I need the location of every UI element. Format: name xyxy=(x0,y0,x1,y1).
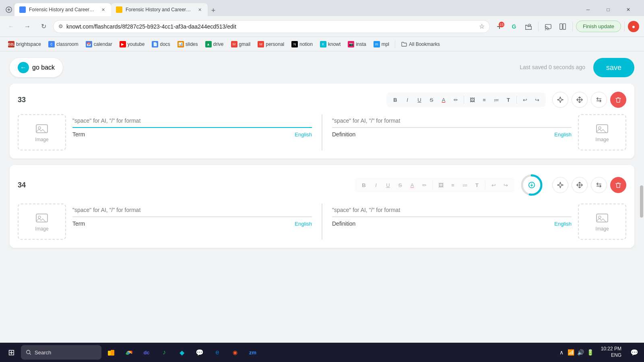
extensions-button[interactable]: 15 xyxy=(493,20,506,33)
taskbar-clock[interactable]: 10:22 PM ENG xyxy=(598,346,625,358)
bookmark-gmail[interactable]: M gmail xyxy=(228,39,254,50)
formula-button-34[interactable]: T xyxy=(471,179,483,191)
card-34-def-lang[interactable]: English xyxy=(554,221,572,227)
bookmark-knowt[interactable]: K knowt xyxy=(317,39,344,50)
italic-button-34[interactable]: I xyxy=(370,179,382,191)
italic-button-33[interactable]: I xyxy=(402,94,413,105)
taskbar-spotify[interactable]: ♪ xyxy=(156,344,172,360)
bookmark-brightspace[interactable]: D2L brightspace xyxy=(5,39,44,50)
taskbar-app5[interactable]: ◆ xyxy=(174,344,190,360)
move-button-34[interactable] xyxy=(572,177,588,193)
undo-button-33[interactable]: ↩ xyxy=(519,94,530,105)
taskbar-file-explorer[interactable] xyxy=(103,344,119,360)
tab-close-2[interactable]: ✕ xyxy=(196,6,203,13)
go-back-button[interactable]: ← go back xyxy=(10,58,63,77)
tab-group-btn[interactable] xyxy=(3,3,14,16)
card-34-term-input[interactable] xyxy=(72,204,312,217)
maximize-button[interactable]: □ xyxy=(599,3,617,16)
card-33-def-input[interactable] xyxy=(332,114,572,128)
bookmark-calendar[interactable]: 📅 calendar xyxy=(83,39,116,50)
move-button-33[interactable] xyxy=(572,92,588,108)
card-34-def-image[interactable]: Image xyxy=(578,204,626,240)
start-button[interactable]: ⊞ xyxy=(3,344,19,360)
bookmark-slides[interactable]: 📊 slides xyxy=(174,39,201,50)
image-button-33[interactable]: 🖼 xyxy=(466,94,478,105)
bullet-button-34[interactable]: ≡ xyxy=(447,179,458,191)
font-color-button-33[interactable]: A xyxy=(438,94,449,105)
highlight-button-33[interactable]: ✏ xyxy=(450,94,461,105)
image-button-34[interactable]: 🖼 xyxy=(435,179,446,191)
taskbar-discord[interactable]: dc xyxy=(138,344,155,360)
tab-forensic-pp[interactable]: Forensic History and Careers.pp ✕ xyxy=(111,3,208,16)
back-button[interactable]: ← xyxy=(5,20,18,33)
delete-button-33[interactable] xyxy=(610,92,626,108)
extensions-puzzle-icon[interactable] xyxy=(522,20,535,33)
taskbar-app7[interactable]: ◉ xyxy=(227,344,243,360)
numbered-button-34[interactable]: ≔ xyxy=(459,179,471,191)
undo-button-34[interactable]: ↩ xyxy=(488,179,499,191)
ai-button-34[interactable] xyxy=(552,177,568,193)
strikethrough-button-33[interactable]: S xyxy=(426,94,437,105)
font-color-button-34[interactable]: A xyxy=(407,179,418,191)
new-tab-button[interactable]: + xyxy=(208,5,219,16)
battery-icon[interactable]: 🔋 xyxy=(586,348,594,356)
highlight-button-34[interactable]: ✏ xyxy=(419,179,430,191)
swap-button-33[interactable] xyxy=(591,92,607,108)
tab-close-1[interactable]: ✕ xyxy=(100,6,106,13)
card-33-term-lang[interactable]: English xyxy=(295,132,312,138)
ai-button-33[interactable] xyxy=(552,92,568,108)
underline-button-34[interactable]: U xyxy=(382,179,394,191)
card-33-term-image[interactable]: Image xyxy=(18,114,66,150)
url-bar[interactable]: ⚙ knowt.com/flashcards/8f287c25-b923-4cc… xyxy=(53,20,490,33)
profile-button[interactable]: ● xyxy=(628,21,639,32)
close-button[interactable]: ✕ xyxy=(619,3,638,16)
bold-button-33[interactable]: B xyxy=(390,94,401,105)
grammarly-icon[interactable]: G xyxy=(508,20,520,33)
numbered-button-33[interactable]: ≔ xyxy=(491,94,502,105)
save-button[interactable]: save xyxy=(593,58,634,77)
taskbar-edge[interactable]: e xyxy=(209,344,225,360)
bookmark-insta[interactable]: 📷 insta xyxy=(345,39,369,50)
formula-button-33[interactable]: T xyxy=(503,94,514,105)
card-34-def-input[interactable] xyxy=(332,204,572,217)
strikethrough-button-34[interactable]: S xyxy=(394,179,406,191)
bold-button-34[interactable]: B xyxy=(358,179,369,191)
scrollbar-thumb[interactable] xyxy=(640,185,643,218)
network-icon[interactable]: 📶 xyxy=(567,348,575,356)
bookmark-drive[interactable]: ▲ drive xyxy=(202,39,227,50)
redo-button-33[interactable]: ↪ xyxy=(531,94,543,105)
swap-button-34[interactable] xyxy=(591,177,607,193)
bullet-button-33[interactable]: ≡ xyxy=(479,94,490,105)
finish-update-button[interactable]: Finish update xyxy=(576,21,621,32)
bookmark-personal[interactable]: M personal xyxy=(254,39,287,50)
card-34-term-lang[interactable]: English xyxy=(295,221,312,227)
split-screen-icon[interactable] xyxy=(556,20,569,33)
tab-forensic-edit[interactable]: Forensic History and Careers - E ✕ xyxy=(14,3,111,16)
bookmark-docs[interactable]: 📄 docs xyxy=(149,39,173,50)
underline-button-33[interactable]: U xyxy=(414,94,425,105)
show-hidden-icons[interactable]: ∧ xyxy=(557,348,566,356)
delete-button-34[interactable] xyxy=(610,177,626,193)
taskbar-chrome[interactable] xyxy=(121,344,137,360)
bookmark-star-icon[interactable]: ☆ xyxy=(479,23,485,30)
notification-button[interactable]: 💬 xyxy=(628,346,641,359)
card-33-term-input[interactable] xyxy=(72,114,312,128)
redo-button-34[interactable]: ↪ xyxy=(500,179,511,191)
forward-button[interactable]: → xyxy=(21,20,34,33)
minimize-button[interactable]: ─ xyxy=(579,3,597,16)
all-bookmarks-button[interactable]: All Bookmarks xyxy=(398,41,443,47)
bookmark-mpl[interactable]: m mpl xyxy=(370,39,392,50)
taskbar-whatsapp[interactable]: 💬 xyxy=(192,344,208,360)
taskbar-zoom[interactable]: zm xyxy=(245,344,261,360)
volume-icon[interactable]: 🔊 xyxy=(577,348,585,356)
bookmark-youtube[interactable]: ▶ youtube xyxy=(116,39,148,50)
bookmark-notion[interactable]: N notion xyxy=(288,39,316,50)
card-33-def-image[interactable]: Image xyxy=(578,114,626,150)
bookmark-classroom[interactable]: c classroom xyxy=(45,39,82,50)
refresh-button[interactable]: ↻ xyxy=(37,20,50,33)
card-34-term-image[interactable]: Image xyxy=(18,204,66,240)
cast-icon[interactable] xyxy=(542,20,555,33)
scrollbar-track[interactable] xyxy=(639,80,644,343)
card-33-def-lang[interactable]: English xyxy=(554,132,572,138)
taskbar-search-box[interactable]: Search xyxy=(21,345,101,360)
